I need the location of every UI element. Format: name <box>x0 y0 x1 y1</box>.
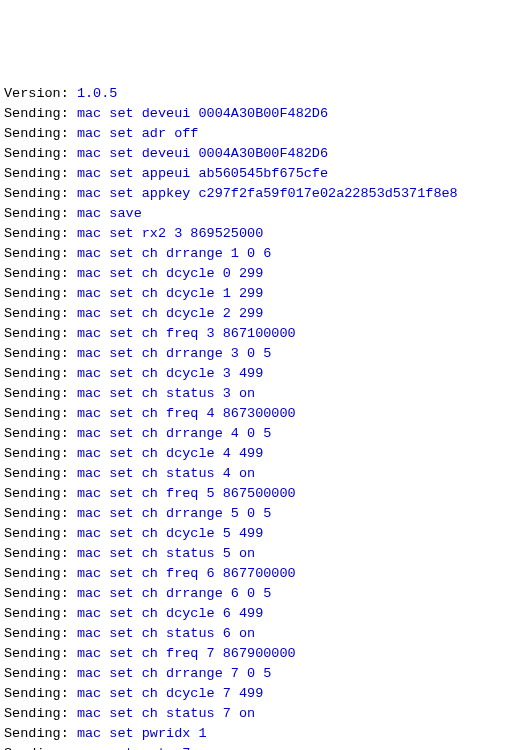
log-command: mac set deveui 0004A30B00F482D6 <box>77 106 328 121</box>
log-prefix: Sending: <box>4 526 77 541</box>
log-line: Sending: mac set ch dcycle 1 299 <box>4 284 508 304</box>
log-command: mac set appkey c297f2fa59f017e02a22853d5… <box>77 186 458 201</box>
log-line: Sending: mac save <box>4 204 508 224</box>
log-prefix: Sending: <box>4 626 77 641</box>
log-command: mac set ch status 7 on <box>77 706 255 721</box>
log-prefix: Sending: <box>4 306 77 321</box>
log-line: Sending: mac set deveui 0004A30B00F482D6 <box>4 104 508 124</box>
log-command: mac set adr off <box>77 126 199 141</box>
log-command: mac set ch drrange 5 0 5 <box>77 506 271 521</box>
log-command: mac set ch freq 4 867300000 <box>77 406 296 421</box>
version-value: 1.0.5 <box>77 86 118 101</box>
log-line: Sending: mac set adr off <box>4 124 508 144</box>
log-command: mac set ch drrange 3 0 5 <box>77 346 271 361</box>
log-prefix: Sending: <box>4 126 77 141</box>
log-command: mac set ch drrange 4 0 5 <box>77 426 271 441</box>
log-prefix: Sending: <box>4 426 77 441</box>
log-line: Sending: mac set ch status 7 on <box>4 704 508 724</box>
log-line: Sending: mac set ch drrange 3 0 5 <box>4 344 508 364</box>
log-command: mac set ch status 6 on <box>77 626 255 641</box>
log-command: mac set ch freq 7 867900000 <box>77 646 296 661</box>
log-command: mac set ch dcycle 4 499 <box>77 446 263 461</box>
log-command: mac set ch drrange 7 0 5 <box>77 666 271 681</box>
terminal-output: Version: 1.0.5Sending: mac set deveui 00… <box>4 84 508 750</box>
log-line: Sending: mac set appeui ab560545bf675cfe <box>4 164 508 184</box>
log-command: mac set ch status 3 on <box>77 386 255 401</box>
log-prefix: Sending: <box>4 686 77 701</box>
log-line: Sending: mac set ch freq 4 867300000 <box>4 404 508 424</box>
log-line: Sending: mac set ch dcycle 5 499 <box>4 524 508 544</box>
log-prefix: Sending: <box>4 326 77 341</box>
log-command: mac set ch dcycle 7 499 <box>77 686 263 701</box>
log-command: mac set deveui 0004A30B00F482D6 <box>77 146 328 161</box>
log-line: Sending: mac set rx2 3 869525000 <box>4 224 508 244</box>
log-line: Sending: mac set ch freq 5 867500000 <box>4 484 508 504</box>
log-line: Sending: mac set deveui 0004A30B00F482D6 <box>4 144 508 164</box>
log-line: Sending: mac set ch freq 6 867700000 <box>4 564 508 584</box>
log-line: Sending: mac set retx 7 <box>4 744 508 750</box>
log-line: Sending: mac set ch drrange 7 0 5 <box>4 664 508 684</box>
log-command: mac set ch drrange 1 0 6 <box>77 246 271 261</box>
log-line: Sending: mac set ch freq 3 867100000 <box>4 324 508 344</box>
log-line: Sending: mac set appkey c297f2fa59f017e0… <box>4 184 508 204</box>
log-line: Sending: mac set ch drrange 5 0 5 <box>4 504 508 524</box>
log-prefix: Sending: <box>4 166 77 181</box>
log-command: mac set ch status 4 on <box>77 466 255 481</box>
log-command: mac set appeui ab560545bf675cfe <box>77 166 328 181</box>
log-prefix: Sending: <box>4 186 77 201</box>
log-line: Sending: mac set ch dcycle 0 299 <box>4 264 508 284</box>
log-prefix: Sending: <box>4 646 77 661</box>
log-command: mac set ch freq 5 867500000 <box>77 486 296 501</box>
log-line: Sending: mac set ch status 4 on <box>4 464 508 484</box>
log-command: mac set ch dcycle 0 299 <box>77 266 263 281</box>
log-prefix: Sending: <box>4 606 77 621</box>
log-command: mac set rx2 3 869525000 <box>77 226 263 241</box>
log-prefix: Sending: <box>4 146 77 161</box>
log-prefix: Sending: <box>4 206 77 221</box>
log-command: mac set ch freq 3 867100000 <box>77 326 296 341</box>
log-command: mac save <box>77 206 142 221</box>
log-line: Sending: mac set ch dcycle 6 499 <box>4 604 508 624</box>
log-line: Sending: mac set ch dcycle 2 299 <box>4 304 508 324</box>
log-line: Sending: mac set ch status 3 on <box>4 384 508 404</box>
log-command: mac set ch dcycle 3 499 <box>77 366 263 381</box>
log-prefix: Sending: <box>4 106 77 121</box>
log-command: mac set ch dcycle 2 299 <box>77 306 263 321</box>
log-prefix: Sending: <box>4 586 77 601</box>
log-line: Sending: mac set ch dcycle 7 499 <box>4 684 508 704</box>
log-command: mac set ch dcycle 5 499 <box>77 526 263 541</box>
version-line: Version: 1.0.5 <box>4 84 508 104</box>
log-command: mac set ch dcycle 1 299 <box>77 286 263 301</box>
log-prefix: Sending: <box>4 466 77 481</box>
log-prefix: Sending: <box>4 386 77 401</box>
log-prefix: Sending: <box>4 566 77 581</box>
log-line: Sending: mac set ch drrange 6 0 5 <box>4 584 508 604</box>
log-line: Sending: mac set ch freq 7 867900000 <box>4 644 508 664</box>
log-command: mac set ch drrange 6 0 5 <box>77 586 271 601</box>
log-prefix: Sending: <box>4 266 77 281</box>
log-prefix: Sending: <box>4 366 77 381</box>
log-command: mac set ch freq 6 867700000 <box>77 566 296 581</box>
log-line: Sending: mac set ch status 6 on <box>4 624 508 644</box>
log-prefix: Sending: <box>4 406 77 421</box>
log-prefix: Sending: <box>4 726 77 741</box>
log-command: mac set retx 7 <box>77 746 190 750</box>
log-prefix: Sending: <box>4 246 77 261</box>
log-prefix: Sending: <box>4 486 77 501</box>
log-line: Sending: mac set ch drrange 4 0 5 <box>4 424 508 444</box>
log-command: mac set ch dcycle 6 499 <box>77 606 263 621</box>
log-line: Sending: mac set ch status 5 on <box>4 544 508 564</box>
log-prefix: Sending: <box>4 746 77 750</box>
log-prefix: Sending: <box>4 346 77 361</box>
log-line: Sending: mac set ch dcycle 4 499 <box>4 444 508 464</box>
log-prefix: Sending: <box>4 706 77 721</box>
log-prefix: Sending: <box>4 286 77 301</box>
log-line: Sending: mac set pwridx 1 <box>4 724 508 744</box>
log-command: mac set ch status 5 on <box>77 546 255 561</box>
log-prefix: Sending: <box>4 666 77 681</box>
log-prefix: Sending: <box>4 226 77 241</box>
log-prefix: Sending: <box>4 506 77 521</box>
log-line: Sending: mac set ch dcycle 3 499 <box>4 364 508 384</box>
log-prefix: Sending: <box>4 446 77 461</box>
version-label: Version: <box>4 86 77 101</box>
